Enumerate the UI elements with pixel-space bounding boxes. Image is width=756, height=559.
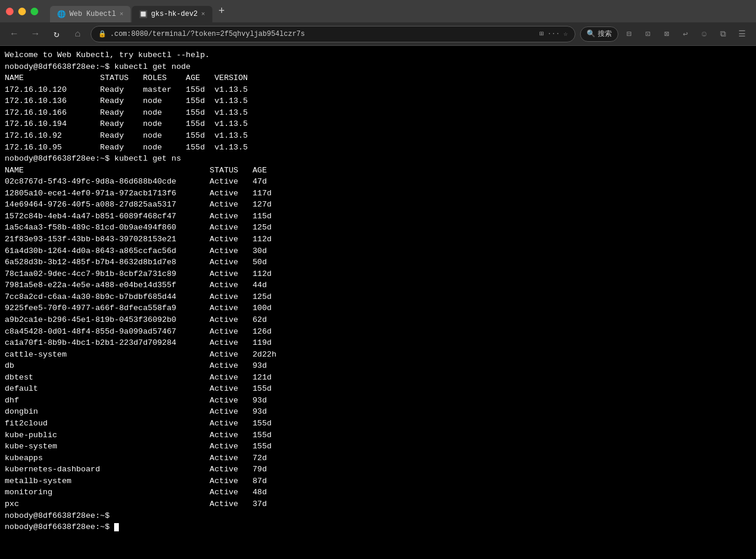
refresh-btn[interactable]: ↻ — [48, 26, 65, 42]
tab-manage-icon[interactable]: ⊡ — [640, 26, 656, 42]
address-star-icon: ☆ — [564, 29, 568, 38]
address-qr-icon: ⊞ — [539, 29, 544, 38]
address-dots-icon: ··· — [547, 30, 560, 38]
profile-icon[interactable]: ☺ — [696, 26, 712, 42]
address-text: .com:8080/terminal/?token=2f5qhvyljab954… — [110, 30, 305, 38]
minimize-window-btn[interactable] — [18, 8, 26, 15]
reading-icon[interactable]: ⊠ — [658, 26, 675, 42]
search-btn[interactable]: 🔍 搜索 — [580, 26, 618, 42]
tab-favicon-1: 🌐 — [57, 10, 66, 19]
maximize-window-btn[interactable] — [31, 8, 38, 15]
tab-label-2: gks-hk-dev2 — [151, 10, 198, 18]
tab-web-kubectl[interactable]: 🌐 Web Kubectl × — [50, 6, 131, 22]
address-bar[interactable]: 🔒 .com:8080/terminal/?token=2f5qhvyljab9… — [91, 26, 575, 42]
tab-gks-hk-dev2[interactable]: 🔲 gks-hk-dev2 × — [132, 6, 212, 22]
window-controls — [6, 8, 38, 15]
browser-chrome: 🌐 Web Kubectl × 🔲 gks-hk-dev2 × + ← → ↻ … — [0, 0, 756, 46]
bookmarks-icon[interactable]: ⊟ — [621, 26, 637, 42]
new-tab-btn[interactable]: + — [214, 3, 230, 19]
tab-close-2[interactable]: × — [201, 11, 205, 18]
title-bar: 🌐 Web Kubectl × 🔲 gks-hk-dev2 × + — [0, 0, 756, 22]
tabs-row: 🌐 Web Kubectl × 🔲 gks-hk-dev2 × + — [45, 0, 230, 22]
navbar: ← → ↻ ⌂ 🔒 .com:8080/terminal/?token=2f5q… — [0, 22, 756, 46]
search-label: 搜索 — [598, 29, 612, 39]
home-btn[interactable]: ⌂ — [69, 26, 86, 42]
search-icon: 🔍 — [587, 29, 595, 38]
back-btn[interactable]: ← — [6, 26, 22, 42]
tab-close-1[interactable]: × — [119, 11, 124, 18]
terminal[interactable]: Welcome to Web Kubectl, try kubectl --he… — [0, 46, 756, 559]
close-window-btn[interactable] — [6, 8, 14, 15]
terminal-content: Welcome to Web Kubectl, try kubectl --he… — [5, 49, 751, 533]
back-history-icon[interactable]: ↩ — [677, 26, 694, 42]
nav-actions: 🔍 搜索 ⊟ ⊡ ⊠ ↩ ☺ ⧉ ☰ — [580, 26, 750, 42]
terminal-cursor — [114, 523, 119, 531]
tab-favicon-2: 🔲 — [139, 10, 148, 19]
menu-icon[interactable]: ☰ — [734, 26, 750, 42]
extensions-icon[interactable]: ⧉ — [715, 26, 731, 42]
forward-btn[interactable]: → — [27, 26, 44, 42]
tab-label-1: Web Kubectl — [69, 10, 116, 18]
security-icon: 🔒 — [98, 30, 106, 38]
